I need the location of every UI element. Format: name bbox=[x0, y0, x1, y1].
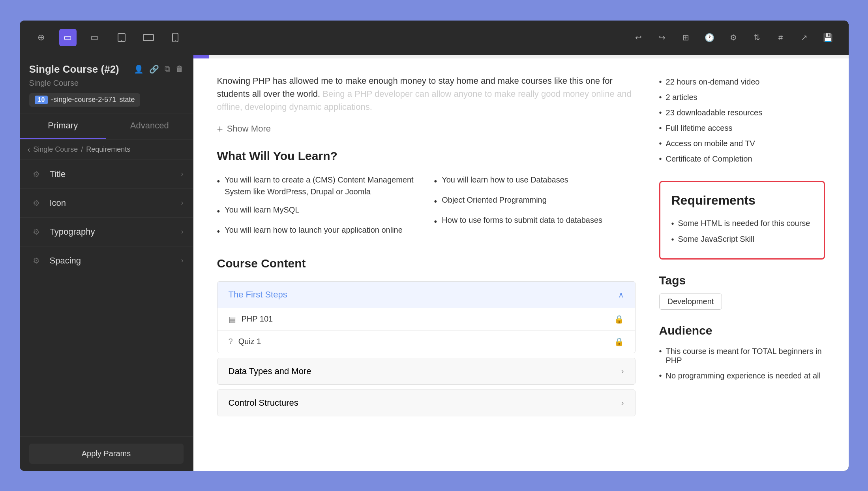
sidebar-title-row: Single Course (#2) 👤 🔗 ⧉ 🗑 bbox=[29, 63, 184, 75]
accordion-label-data-types: Data Types and More bbox=[229, 366, 311, 376]
sidebar-items: ⚙ Title › ⚙ Icon › ⚙ Typography › ⚙ Spac… bbox=[20, 160, 193, 436]
chevron-right-icon-data: › bbox=[621, 367, 624, 376]
accordion-data-types: Data Types and More › bbox=[217, 358, 636, 385]
learn-item-label-1: You will learn MySQL bbox=[225, 204, 299, 216]
apply-params-button[interactable]: Apply Params bbox=[29, 444, 184, 464]
sidebar-item-label-icon: Icon bbox=[50, 198, 181, 208]
person-icon[interactable]: 👤 bbox=[134, 64, 144, 74]
info-item-3: Full lifetime access bbox=[659, 120, 825, 136]
sidebar: Single Course (#2) 👤 🔗 ⧉ 🗑 Single Course… bbox=[20, 55, 193, 471]
sidebar-item-label-title: Title bbox=[50, 169, 181, 179]
plus-icon: + bbox=[217, 123, 223, 135]
breadcrumb-parent: Single Course bbox=[33, 145, 78, 154]
learn-item-r0: • You will learn how to use Databases bbox=[434, 174, 636, 188]
sidebar-header: Single Course (#2) 👤 🔗 ⧉ 🗑 Single Course… bbox=[20, 55, 193, 113]
preview-sidebar-right: 22 hours on-demand video 2 articles 23 d… bbox=[659, 74, 825, 458]
laptop-icon[interactable]: ▭ bbox=[86, 29, 103, 46]
accordion-header-first-steps[interactable]: The First Steps ∧ bbox=[217, 282, 635, 308]
learn-item-label-r1: Object Oriented Programming bbox=[442, 194, 547, 206]
accordion-control-structures: Control Structures › bbox=[217, 389, 636, 416]
learn-item-label-r0: You will learn how to use Databases bbox=[442, 174, 568, 186]
accordion-first-steps: The First Steps ∧ ▤ PHP 101 🔒 bbox=[217, 281, 636, 353]
apply-params-container: Apply Params bbox=[20, 436, 193, 471]
info-item-2: 23 downloadable resources bbox=[659, 105, 825, 120]
show-more-button[interactable]: + Show More bbox=[217, 123, 636, 135]
accordion-header-control[interactable]: Control Structures › bbox=[217, 390, 635, 416]
gear-icon-title: ⚙ bbox=[29, 167, 43, 181]
learn-item-label-2: You will learn how to launch your applic… bbox=[225, 224, 403, 236]
mobile-icon[interactable] bbox=[167, 29, 184, 46]
bullet-r1: • bbox=[434, 195, 437, 208]
app-window: ⊕ ▭ ▭ ↩ ↪ ⊞ 🕐 ⚙ ⇅ # bbox=[20, 21, 849, 471]
chevron-right-icon-control: › bbox=[621, 398, 624, 407]
redo-icon[interactable]: ↪ bbox=[654, 30, 670, 45]
bullet-2: • bbox=[217, 225, 220, 238]
requirements-title: Requirements bbox=[671, 193, 813, 208]
tags-title: Tags bbox=[659, 274, 825, 287]
info-list: 22 hours on-demand video 2 articles 23 d… bbox=[659, 74, 825, 167]
req-item-0: Some HTML is needed for this course bbox=[671, 216, 813, 231]
sidebar-item-spacing[interactable]: ⚙ Spacing › bbox=[20, 246, 193, 275]
export-icon[interactable]: ↗ bbox=[797, 30, 812, 45]
settings-icon[interactable]: ⚙ bbox=[726, 30, 741, 45]
chevron-right-icon-icon: › bbox=[181, 199, 184, 207]
requirements-box: Requirements Some HTML is needed for thi… bbox=[659, 181, 825, 260]
accordion-label-control: Control Structures bbox=[229, 398, 298, 408]
learn-item-r2: • How to use forms to submit data to dat… bbox=[434, 214, 636, 228]
breadcrumb-separator: / bbox=[81, 145, 83, 154]
toolbar-right: ↩ ↪ ⊞ 🕐 ⚙ ⇅ # ↗ 💾 bbox=[631, 30, 836, 45]
learn-col-right: • You will learn how to use Databases • … bbox=[434, 174, 636, 238]
req-item-1: Some JavaScript Skill bbox=[671, 231, 813, 247]
accordion-label-first-steps: The First Steps bbox=[229, 290, 287, 300]
what-learn-heading: What Will You Learn? bbox=[217, 149, 636, 163]
bullet-r2: • bbox=[434, 215, 437, 228]
tag-badge-development: Development bbox=[659, 293, 722, 310]
tags-section: Tags Development bbox=[659, 274, 825, 310]
preview-main: Knowing PHP has allowed me to make enoug… bbox=[217, 74, 636, 458]
info-item-0: 22 hours on-demand video bbox=[659, 74, 825, 90]
trash-icon[interactable]: 🗑 bbox=[176, 64, 184, 74]
accordion-header-data-types[interactable]: Data Types and More › bbox=[217, 358, 635, 384]
add-icon[interactable]: ⊕ bbox=[32, 29, 50, 46]
history-icon[interactable]: 🕐 bbox=[702, 30, 718, 45]
save-icon[interactable]: 💾 bbox=[820, 30, 836, 45]
preview-content: Knowing PHP has allowed me to make enoug… bbox=[193, 58, 849, 471]
link-icon[interactable]: 🔗 bbox=[149, 64, 159, 74]
sidebar-tabs: Primary Advanced bbox=[20, 113, 193, 139]
breadcrumb-back-arrow[interactable]: ‹ bbox=[28, 145, 30, 154]
audience-item-0: This course is meant for TOTAL beginners… bbox=[659, 344, 825, 368]
sidebar-title-icons: 👤 🔗 ⧉ 🗑 bbox=[134, 64, 184, 74]
tablet-icon[interactable] bbox=[113, 29, 130, 46]
course-content-heading: Course Content bbox=[217, 257, 636, 270]
course-content-section: Course Content The First Steps ∧ ▤ bbox=[217, 257, 636, 416]
breadcrumb-current: Requirements bbox=[86, 145, 130, 154]
desktop-icon[interactable]: ▭ bbox=[59, 29, 77, 46]
learn-item-r1: • Object Oriented Programming bbox=[434, 194, 636, 208]
sidebar-item-icon[interactable]: ⚙ Icon › bbox=[20, 189, 193, 218]
hash-icon[interactable]: # bbox=[773, 30, 789, 45]
lesson-label-quiz1: Quiz 1 bbox=[238, 337, 261, 346]
structure-icon[interactable]: ⇅ bbox=[749, 30, 765, 45]
purple-indicator bbox=[193, 55, 209, 58]
layout-icon[interactable]: ⊞ bbox=[678, 30, 694, 45]
bullet-r0: • bbox=[434, 175, 437, 188]
accordion-content-first-steps: ▤ PHP 101 🔒 ? Quiz 1 🔒 bbox=[217, 308, 635, 353]
sidebar-item-typography[interactable]: ⚙ Typography › bbox=[20, 218, 193, 246]
chevron-right-icon-title: › bbox=[181, 170, 184, 178]
preview-area[interactable]: Knowing PHP has allowed me to make enoug… bbox=[193, 55, 849, 471]
sidebar-item-title[interactable]: ⚙ Title › bbox=[20, 160, 193, 189]
quiz-icon: ? bbox=[229, 337, 233, 346]
chevron-right-icon-typography: › bbox=[181, 228, 184, 236]
lock-icon-php101: 🔒 bbox=[614, 314, 624, 324]
bullet-0: • bbox=[217, 175, 220, 188]
lesson-quiz1[interactable]: ? Quiz 1 🔒 bbox=[217, 331, 635, 353]
wide-icon[interactable] bbox=[140, 29, 157, 46]
copy-icon[interactable]: ⧉ bbox=[165, 64, 170, 74]
info-item-4: Access on mobile and TV bbox=[659, 136, 825, 151]
undo-icon[interactable]: ↩ bbox=[631, 30, 647, 45]
tab-primary[interactable]: Primary bbox=[20, 113, 107, 139]
tab-advanced[interactable]: Advanced bbox=[106, 113, 193, 139]
learn-item-2: • You will learn how to launch your appl… bbox=[217, 224, 418, 238]
lesson-php101[interactable]: ▤ PHP 101 🔒 bbox=[217, 308, 635, 331]
learn-col-left: • You will learn to create a (CMS) Conte… bbox=[217, 174, 418, 238]
